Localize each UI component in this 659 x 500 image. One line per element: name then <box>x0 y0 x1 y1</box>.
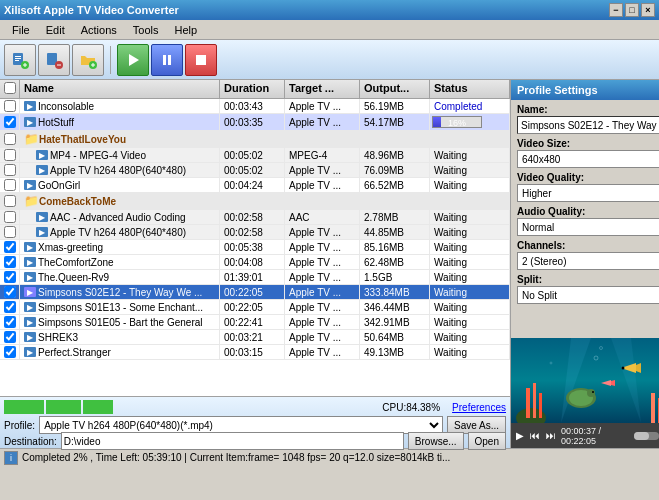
stop-button[interactable] <box>185 44 217 76</box>
pause-button[interactable] <box>151 44 183 76</box>
play-button[interactable]: ▶ <box>515 429 525 442</box>
menu-help[interactable]: Help <box>166 22 205 38</box>
row-duration: 00:05:38 <box>220 240 285 254</box>
row-status: Waiting <box>430 300 510 314</box>
row-check[interactable] <box>0 163 20 177</box>
table-row[interactable]: ▶Apple TV h264 480P(640*480) 00:02:58 Ap… <box>0 225 510 240</box>
row-check[interactable] <box>0 300 20 314</box>
progress-bar-3 <box>83 400 113 414</box>
channels-field-group: Channels: 2 (Stereo) <box>517 240 659 270</box>
table-row[interactable]: ▶Simpsons S01E13 - Some Enchant... 00:22… <box>0 300 510 315</box>
menu-edit[interactable]: Edit <box>38 22 73 38</box>
row-check[interactable] <box>0 193 20 209</box>
browse-button[interactable]: Browse... <box>408 432 464 450</box>
row-check[interactable] <box>0 178 20 192</box>
col-header-status[interactable]: Status <box>430 80 510 98</box>
row-check[interactable] <box>0 210 20 224</box>
name-field-input[interactable] <box>517 116 659 134</box>
svg-rect-6 <box>25 63 26 67</box>
row-duration: 00:22:41 <box>220 315 285 329</box>
panel-content: Name: Video Size: 640x480 Video Quality:… <box>511 100 659 338</box>
table-row[interactable]: ▶SHREK3 00:03:21 Apple TV ... 50.64MB Wa… <box>0 330 510 345</box>
remove-button[interactable] <box>38 44 70 76</box>
row-check[interactable] <box>0 330 20 344</box>
row-check[interactable] <box>0 114 20 130</box>
col-header-output[interactable]: Output... <box>360 80 430 98</box>
row-check[interactable] <box>0 255 20 269</box>
table-row-selected[interactable]: ▶Simpsons S02E12 - They Way We ... 00:22… <box>0 285 510 300</box>
menu-tools[interactable]: Tools <box>125 22 167 38</box>
row-output: 50.64MB <box>360 330 430 344</box>
channels-select[interactable]: 2 (Stereo) <box>517 252 659 270</box>
table-row[interactable]: ▶Xmas-greeting 00:05:38 Apple TV ... 85.… <box>0 240 510 255</box>
open-button[interactable]: Open <box>468 432 506 450</box>
status-bar: i Completed 2% , Time Left: 05:39:10 | C… <box>0 448 659 466</box>
row-check[interactable] <box>0 240 20 254</box>
row-name: ▶Xmas-greeting <box>20 240 220 254</box>
menu-bar: File Edit Actions Tools Help <box>0 20 659 40</box>
table-row-group[interactable]: 📁ComeBackToMe <box>0 193 510 210</box>
table-row[interactable]: ▶AAC - Advanced Audio Coding 00:02:58 AA… <box>0 210 510 225</box>
maximize-button[interactable]: □ <box>625 3 639 17</box>
row-check[interactable] <box>0 270 20 284</box>
video-quality-select[interactable]: Higher <box>517 184 659 202</box>
minimize-button[interactable]: − <box>609 3 623 17</box>
table-row[interactable]: ▶TheComfortZone 00:04:08 Apple TV ... 62… <box>0 255 510 270</box>
main-area: Name Duration Target ... Output... Statu… <box>0 80 659 448</box>
row-output: 62.48MB <box>360 255 430 269</box>
table-row[interactable]: ▶Perfect.Stranger 00:03:15 Apple TV ... … <box>0 345 510 360</box>
row-check[interactable] <box>0 148 20 162</box>
window-controls: − □ × <box>609 3 655 17</box>
row-duration: 00:05:02 <box>220 148 285 162</box>
select-all-checkbox[interactable] <box>4 82 16 94</box>
split-select[interactable]: No Split <box>517 286 659 304</box>
row-status: Waiting <box>430 285 510 299</box>
volume-slider[interactable] <box>634 432 659 440</box>
menu-file[interactable]: File <box>4 22 38 38</box>
table-row[interactable]: ▶Inconsolable 00:03:43 Apple TV ... 56.1… <box>0 99 510 114</box>
destination-input[interactable] <box>61 432 404 450</box>
table-row[interactable]: ▶MP4 - MPEG-4 Video 00:05:02 MPEG-4 48.9… <box>0 148 510 163</box>
svg-point-29 <box>592 391 594 393</box>
convert-button[interactable] <box>117 44 149 76</box>
col-header-name[interactable]: Name <box>20 80 220 98</box>
row-name: ▶MP4 - MPEG-4 Video <box>20 148 220 162</box>
forward-button[interactable]: ⏭ <box>545 429 557 442</box>
add-file-button[interactable] <box>4 44 36 76</box>
close-button[interactable]: × <box>641 3 655 17</box>
title-bar: Xilisoft Apple TV Video Converter − □ × <box>0 0 659 20</box>
video-size-select[interactable]: 640x480 <box>517 150 659 168</box>
row-target: Apple TV ... <box>285 163 360 177</box>
svg-rect-15 <box>168 55 171 65</box>
table-row[interactable]: ▶GoOnGirl 00:04:24 Apple TV ... 66.52MB … <box>0 178 510 193</box>
split-label: Split: <box>517 274 659 285</box>
row-duration: 00:22:05 <box>220 300 285 314</box>
table-row[interactable]: ▶HotStuff 00:03:35 Apple TV ... 54.17MB … <box>0 114 510 131</box>
svg-rect-2 <box>15 58 21 59</box>
row-name: ▶SHREK3 <box>20 330 220 344</box>
row-check[interactable] <box>0 345 20 359</box>
audio-quality-select[interactable]: Normal <box>517 218 659 236</box>
row-status: Waiting <box>430 345 510 359</box>
add-folder-button[interactable] <box>72 44 104 76</box>
row-check[interactable] <box>0 285 20 299</box>
row-name: ▶Simpsons S02E12 - They Way We ... <box>20 285 220 299</box>
table-row[interactable]: ▶Apple TV h264 480P(640*480) 00:05:02 Ap… <box>0 163 510 178</box>
row-check[interactable] <box>0 315 20 329</box>
rewind-button[interactable]: ⏮ <box>529 429 541 442</box>
preferences-link[interactable]: Preferences <box>452 402 506 413</box>
table-row[interactable]: ▶Simpsons S01E05 - Bart the General 00:2… <box>0 315 510 330</box>
row-name: ▶The.Queen-Rv9 <box>20 270 220 284</box>
col-header-duration[interactable]: Duration <box>220 80 285 98</box>
menu-actions[interactable]: Actions <box>73 22 125 38</box>
row-check[interactable] <box>0 225 20 239</box>
row-status: Waiting <box>430 148 510 162</box>
svg-point-28 <box>587 389 595 397</box>
table-row-group[interactable]: 📁HateThatILoveYou <box>0 131 510 148</box>
table-row[interactable]: ▶The.Queen-Rv9 01:39:01 Apple TV ... 1.5… <box>0 270 510 285</box>
row-target: Apple TV ... <box>285 225 360 239</box>
row-target: AAC <box>285 210 360 224</box>
row-check[interactable] <box>0 131 20 147</box>
row-check[interactable] <box>0 99 20 113</box>
col-header-target[interactable]: Target ... <box>285 80 360 98</box>
